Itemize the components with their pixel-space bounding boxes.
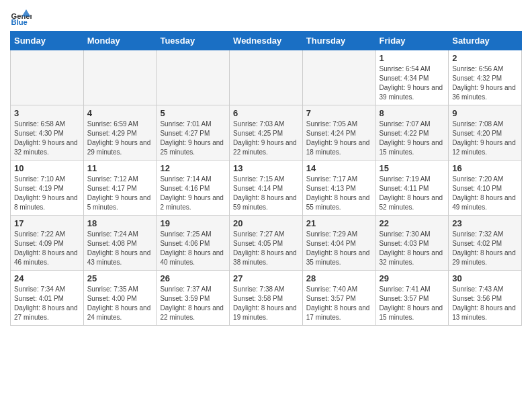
day-cell-11: 11Sunrise: 7:12 AM Sunset: 4:17 PM Dayli… <box>83 161 157 216</box>
day-number: 28 <box>306 273 372 283</box>
day-cell-19: 19Sunrise: 7:25 AM Sunset: 4:06 PM Dayli… <box>157 216 230 271</box>
day-number: 9 <box>452 108 518 118</box>
day-info: Sunrise: 7:17 AM Sunset: 4:13 PM Dayligh… <box>306 175 372 212</box>
day-number: 24 <box>14 273 80 283</box>
day-number: 27 <box>233 273 299 283</box>
day-cell-22: 22Sunrise: 7:30 AM Sunset: 4:03 PM Dayli… <box>375 216 449 271</box>
day-info: Sunrise: 7:22 AM Sunset: 4:09 PM Dayligh… <box>14 230 80 267</box>
week-row-1: 1Sunrise: 6:54 AM Sunset: 4:34 PM Daylig… <box>11 50 522 105</box>
day-info: Sunrise: 7:41 AM Sunset: 3:57 PM Dayligh… <box>380 285 445 322</box>
day-info: Sunrise: 6:58 AM Sunset: 4:30 PM Dayligh… <box>14 120 80 157</box>
day-number: 14 <box>306 163 372 173</box>
day-info: Sunrise: 7:08 AM Sunset: 4:20 PM Dayligh… <box>452 120 518 157</box>
day-info: Sunrise: 7:30 AM Sunset: 4:03 PM Dayligh… <box>380 230 445 267</box>
day-info: Sunrise: 7:34 AM Sunset: 4:01 PM Dayligh… <box>14 285 80 322</box>
day-number: 19 <box>160 218 226 228</box>
week-row-3: 10Sunrise: 7:10 AM Sunset: 4:19 PM Dayli… <box>11 161 522 216</box>
day-cell-5: 5Sunrise: 7:01 AM Sunset: 4:27 PM Daylig… <box>157 105 230 161</box>
empty-cell <box>230 50 303 105</box>
day-cell-12: 12Sunrise: 7:14 AM Sunset: 4:16 PM Dayli… <box>157 161 230 216</box>
day-cell-23: 23Sunrise: 7:32 AM Sunset: 4:02 PM Dayli… <box>449 216 522 271</box>
day-info: Sunrise: 7:25 AM Sunset: 4:06 PM Dayligh… <box>160 230 226 267</box>
day-cell-25: 25Sunrise: 7:35 AM Sunset: 4:00 PM Dayli… <box>83 271 157 326</box>
day-number: 12 <box>160 163 226 173</box>
day-number: 3 <box>14 108 80 118</box>
day-number: 13 <box>233 163 299 173</box>
day-cell-2: 2Sunrise: 6:56 AM Sunset: 4:32 PM Daylig… <box>449 50 522 105</box>
day-number: 7 <box>306 108 372 118</box>
day-number: 17 <box>14 218 80 228</box>
day-info: Sunrise: 7:12 AM Sunset: 4:17 PM Dayligh… <box>87 175 153 212</box>
empty-cell <box>302 50 375 105</box>
day-cell-26: 26Sunrise: 7:37 AM Sunset: 3:59 PM Dayli… <box>157 271 230 326</box>
day-cell-24: 24Sunrise: 7:34 AM Sunset: 4:01 PM Dayli… <box>11 271 84 326</box>
day-info: Sunrise: 7:38 AM Sunset: 3:58 PM Dayligh… <box>233 285 299 322</box>
day-cell-4: 4Sunrise: 6:59 AM Sunset: 4:29 PM Daylig… <box>83 105 157 161</box>
day-number: 10 <box>14 163 80 173</box>
day-number: 8 <box>380 108 445 118</box>
empty-cell <box>11 50 84 105</box>
day-number: 2 <box>452 53 518 63</box>
day-number: 22 <box>380 218 445 228</box>
day-cell-6: 6Sunrise: 7:03 AM Sunset: 4:25 PM Daylig… <box>230 105 303 161</box>
day-cell-8: 8Sunrise: 7:07 AM Sunset: 4:22 PM Daylig… <box>375 105 449 161</box>
day-info: Sunrise: 7:24 AM Sunset: 4:08 PM Dayligh… <box>87 230 153 267</box>
day-number: 30 <box>452 273 518 283</box>
day-number: 15 <box>380 163 445 173</box>
day-number: 29 <box>380 273 445 283</box>
day-cell-7: 7Sunrise: 7:05 AM Sunset: 4:24 PM Daylig… <box>302 105 375 161</box>
day-info: Sunrise: 7:37 AM Sunset: 3:59 PM Dayligh… <box>160 285 226 322</box>
day-info: Sunrise: 6:59 AM Sunset: 4:29 PM Dayligh… <box>87 120 153 157</box>
day-info: Sunrise: 7:27 AM Sunset: 4:05 PM Dayligh… <box>233 230 299 267</box>
day-info: Sunrise: 7:03 AM Sunset: 4:25 PM Dayligh… <box>233 120 299 157</box>
day-number: 4 <box>87 108 153 118</box>
day-info: Sunrise: 7:40 AM Sunset: 3:57 PM Dayligh… <box>306 285 372 322</box>
day-cell-30: 30Sunrise: 7:43 AM Sunset: 3:56 PM Dayli… <box>449 271 522 326</box>
day-info: Sunrise: 6:56 AM Sunset: 4:32 PM Dayligh… <box>452 64 518 102</box>
week-row-2: 3Sunrise: 6:58 AM Sunset: 4:30 PM Daylig… <box>11 105 522 161</box>
day-cell-21: 21Sunrise: 7:29 AM Sunset: 4:04 PM Dayli… <box>302 216 375 271</box>
day-info: Sunrise: 7:14 AM Sunset: 4:16 PM Dayligh… <box>160 175 226 212</box>
header-wednesday: Wednesday <box>230 32 303 50</box>
day-cell-20: 20Sunrise: 7:27 AM Sunset: 4:05 PM Dayli… <box>230 216 303 271</box>
day-number: 21 <box>306 218 372 228</box>
day-info: Sunrise: 7:07 AM Sunset: 4:22 PM Dayligh… <box>380 120 445 157</box>
empty-cell <box>157 50 230 105</box>
day-cell-29: 29Sunrise: 7:41 AM Sunset: 3:57 PM Dayli… <box>375 271 449 326</box>
header-sunday: Sunday <box>11 32 84 50</box>
day-info: Sunrise: 7:19 AM Sunset: 4:11 PM Dayligh… <box>380 175 445 212</box>
day-cell-27: 27Sunrise: 7:38 AM Sunset: 3:58 PM Dayli… <box>230 271 303 326</box>
header-tuesday: Tuesday <box>157 32 230 50</box>
day-number: 5 <box>160 108 226 118</box>
day-cell-14: 14Sunrise: 7:17 AM Sunset: 4:13 PM Dayli… <box>302 161 375 216</box>
day-number: 23 <box>452 218 518 228</box>
day-number: 26 <box>160 273 226 283</box>
day-cell-17: 17Sunrise: 7:22 AM Sunset: 4:09 PM Dayli… <box>11 216 84 271</box>
day-info: Sunrise: 7:29 AM Sunset: 4:04 PM Dayligh… <box>306 230 372 267</box>
header-monday: Monday <box>83 32 157 50</box>
calendar-table: SundayMondayTuesdayWednesdayThursdayFrid… <box>10 31 522 326</box>
header-saturday: Saturday <box>449 32 522 50</box>
day-number: 16 <box>452 163 518 173</box>
day-info: Sunrise: 6:54 AM Sunset: 4:34 PM Dayligh… <box>380 64 445 102</box>
day-number: 20 <box>233 218 299 228</box>
day-info: Sunrise: 7:15 AM Sunset: 4:14 PM Dayligh… <box>233 175 299 212</box>
day-number: 25 <box>87 273 153 283</box>
day-info: Sunrise: 7:01 AM Sunset: 4:27 PM Dayligh… <box>160 120 226 157</box>
day-info: Sunrise: 7:32 AM Sunset: 4:02 PM Dayligh… <box>452 230 518 267</box>
empty-cell <box>83 50 157 105</box>
week-row-5: 24Sunrise: 7:34 AM Sunset: 4:01 PM Dayli… <box>11 271 522 326</box>
day-number: 6 <box>233 108 299 118</box>
day-info: Sunrise: 7:43 AM Sunset: 3:56 PM Dayligh… <box>452 285 518 322</box>
header-friday: Friday <box>375 32 449 50</box>
day-info: Sunrise: 7:05 AM Sunset: 4:24 PM Dayligh… <box>306 120 372 157</box>
logo: General Blue <box>10 7 32 28</box>
day-info: Sunrise: 7:10 AM Sunset: 4:19 PM Dayligh… <box>14 175 80 212</box>
day-number: 18 <box>87 218 153 228</box>
day-cell-3: 3Sunrise: 6:58 AM Sunset: 4:30 PM Daylig… <box>11 105 84 161</box>
svg-text:Blue: Blue <box>11 18 28 26</box>
calendar-header-row: SundayMondayTuesdayWednesdayThursdayFrid… <box>11 32 522 50</box>
week-row-4: 17Sunrise: 7:22 AM Sunset: 4:09 PM Dayli… <box>11 216 522 271</box>
day-cell-10: 10Sunrise: 7:10 AM Sunset: 4:19 PM Dayli… <box>11 161 84 216</box>
day-cell-13: 13Sunrise: 7:15 AM Sunset: 4:14 PM Dayli… <box>230 161 303 216</box>
